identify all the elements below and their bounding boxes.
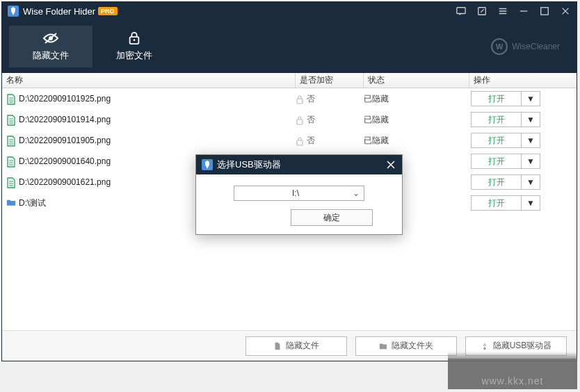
maximize-icon[interactable]	[539, 6, 550, 17]
file-name: D:\20220909101905.png	[19, 136, 111, 145]
file-icon	[6, 94, 16, 104]
enc-value: 否	[307, 135, 315, 147]
tab-hide[interactable]: 隐藏文件	[9, 26, 92, 67]
usb-dialog: 选择USB驱动器 I:\ ⌄ 确定	[195, 154, 403, 235]
caret-down-icon[interactable]: ▼	[522, 196, 540, 210]
hide-file-label: 隐藏文件	[286, 340, 319, 352]
lock-icon	[296, 136, 304, 145]
file-icon	[6, 156, 16, 166]
dialog-icon	[202, 159, 213, 170]
titlebar: Wise Folder Hider PRO	[2, 2, 577, 20]
status-value: 已隐藏	[364, 93, 469, 105]
close-icon[interactable]	[560, 6, 571, 17]
table-row[interactable]: D:\20220909101925.png否已隐藏打开▼	[2, 88, 577, 109]
open-button[interactable]: 打开▼	[471, 133, 540, 148]
dialog-title: 选择USB驱动器	[217, 158, 385, 171]
file-name: D:\20220909001640.png	[19, 156, 111, 166]
app-icon	[8, 6, 19, 17]
tab-hide-label: 隐藏文件	[33, 49, 69, 62]
open-button[interactable]: 打开▼	[471, 195, 540, 211]
hide-file-button[interactable]: 隐藏文件	[245, 336, 347, 356]
open-label: 打开	[472, 92, 522, 106]
caret-down-icon[interactable]: ▼	[522, 113, 540, 126]
file-name: D:\测试	[19, 197, 46, 209]
col-name[interactable]: 名称	[2, 73, 296, 88]
minimize-icon[interactable]	[518, 6, 529, 17]
col-action[interactable]: 操作	[469, 73, 577, 88]
svg-rect-7	[297, 99, 303, 104]
menu-icon[interactable]	[497, 6, 508, 17]
lock-icon	[296, 115, 304, 124]
enc-value: 否	[307, 93, 315, 105]
svg-point-10	[483, 347, 485, 349]
open-label: 打开	[472, 196, 522, 210]
toolbar: 隐藏文件 加密文件 W WiseCleaner	[2, 20, 577, 73]
ok-button[interactable]: 确定	[291, 209, 373, 226]
open-label: 打开	[472, 154, 522, 168]
dialog-titlebar: 选择USB驱动器	[196, 155, 402, 174]
feedback-icon[interactable]	[456, 6, 467, 17]
brand: W WiseCleaner	[491, 38, 570, 55]
hide-folder-button[interactable]: 隐藏文件夹	[355, 336, 457, 356]
file-icon	[6, 177, 16, 187]
hide-folder-label: 隐藏文件夹	[392, 340, 433, 352]
tab-encrypt-label: 加密文件	[116, 49, 152, 62]
footer: 隐藏文件 隐藏文件夹 隐藏USB驱动器	[2, 330, 577, 361]
caret-down-icon[interactable]: ▼	[522, 154, 540, 168]
svg-rect-0	[457, 8, 465, 14]
svg-rect-9	[297, 140, 303, 145]
pro-badge: PRO	[98, 7, 118, 15]
col-encrypted[interactable]: 是否加密	[296, 73, 364, 88]
brand-logo-icon: W	[491, 38, 508, 55]
tab-encrypt[interactable]: 加密文件	[92, 26, 176, 67]
file-name: D:\20220909101925.png	[19, 94, 111, 104]
file-icon	[6, 136, 16, 145]
open-label: 打开	[472, 133, 522, 147]
edit-icon[interactable]	[476, 6, 488, 17]
table-row[interactable]: D:\20220909101914.png否已隐藏打开▼	[2, 109, 577, 130]
svg-point-6	[134, 39, 136, 41]
hide-usb-label: 隐藏USB驱动器	[493, 340, 552, 352]
open-button[interactable]: 打开▼	[471, 91, 540, 106]
status-value: 已隐藏	[364, 135, 469, 147]
open-button[interactable]: 打开▼	[471, 154, 540, 169]
col-status[interactable]: 状态	[364, 73, 469, 88]
chevron-down-icon: ⌄	[353, 188, 360, 198]
watermark: www.kkx.net	[448, 359, 577, 389]
caret-down-icon[interactable]: ▼	[522, 92, 540, 106]
open-button[interactable]: 打开▼	[471, 174, 540, 190]
watermark-text: www.kkx.net	[482, 375, 544, 386]
app-title: Wise Folder Hider	[23, 6, 95, 17]
folder-icon	[6, 198, 16, 208]
file-name: D:\20220909101914.png	[19, 115, 111, 124]
open-button[interactable]: 打开▼	[471, 112, 540, 127]
file-icon	[6, 115, 16, 124]
svg-rect-8	[297, 120, 303, 124]
caret-down-icon[interactable]: ▼	[522, 133, 540, 147]
table-header: 名称 是否加密 状态 操作	[2, 73, 577, 88]
brand-text: WiseCleaner	[512, 42, 560, 51]
table-row[interactable]: D:\20220909101905.png否已隐藏打开▼	[2, 130, 577, 151]
open-label: 打开	[472, 113, 522, 126]
file-name: D:\20220909001621.png	[19, 177, 111, 187]
enc-value: 否	[307, 114, 315, 126]
status-value: 已隐藏	[364, 114, 469, 126]
drive-value: I:\	[239, 188, 353, 198]
dialog-close-icon[interactable]	[385, 159, 396, 170]
hide-usb-button[interactable]: 隐藏USB驱动器	[465, 336, 567, 356]
drive-select[interactable]: I:\ ⌄	[234, 186, 364, 201]
caret-down-icon[interactable]: ▼	[522, 175, 540, 189]
svg-rect-2	[541, 8, 549, 15]
open-label: 打开	[472, 175, 522, 189]
lock-icon	[296, 95, 304, 103]
